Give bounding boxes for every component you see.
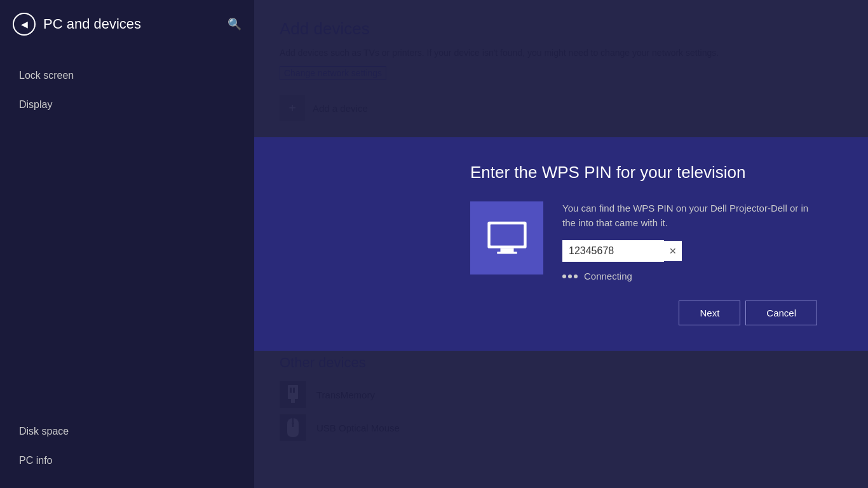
spinner-dot-1 bbox=[562, 274, 566, 278]
pin-clear-button[interactable]: ✕ bbox=[664, 241, 682, 261]
spinner-dot-2 bbox=[568, 274, 572, 278]
sidebar-title: PC and devices bbox=[43, 16, 141, 32]
dialog-container: Enter the WPS PIN for your television Yo… bbox=[254, 137, 868, 351]
spinner-dot-3 bbox=[574, 274, 578, 278]
modal-overlay: Enter the WPS PIN for your television Yo… bbox=[254, 0, 868, 488]
sidebar-item-lock-screen[interactable]: Lock screen bbox=[13, 61, 254, 90]
dialog-right: You can find the WPS PIN on your Dell Pr… bbox=[562, 201, 817, 281]
cancel-button[interactable]: Cancel bbox=[745, 301, 817, 325]
sidebar-bottom-nav: Disk space PC info bbox=[0, 404, 254, 488]
dialog-body: You can find the WPS PIN on your Dell Pr… bbox=[470, 201, 817, 281]
search-button[interactable]: 🔍 bbox=[227, 17, 241, 31]
pin-input-row: ✕ bbox=[562, 240, 817, 262]
svg-rect-9 bbox=[497, 252, 517, 254]
svg-rect-8 bbox=[500, 248, 513, 251]
svg-rect-7 bbox=[490, 224, 524, 245]
connecting-label: Connecting bbox=[584, 271, 632, 281]
connecting-spinner bbox=[562, 274, 578, 278]
sidebar-item-display[interactable]: Display bbox=[13, 90, 254, 119]
sidebar-item-pc-info[interactable]: PC info bbox=[13, 446, 241, 475]
pin-input[interactable] bbox=[562, 240, 664, 262]
main-content: Add devices Add devices such as TVs or p… bbox=[254, 0, 868, 488]
dialog-buttons: Next Cancel bbox=[254, 301, 868, 325]
dialog-title: Enter the WPS PIN for your television bbox=[470, 163, 817, 182]
connecting-row: Connecting bbox=[562, 271, 817, 281]
sidebar-nav: Lock screen Display bbox=[0, 61, 254, 404]
next-button[interactable]: Next bbox=[679, 301, 740, 325]
dialog-description: You can find the WPS PIN on your Dell Pr… bbox=[562, 201, 817, 230]
sidebar-item-disk-space[interactable]: Disk space bbox=[13, 417, 241, 446]
dialog-inner: Enter the WPS PIN for your television Yo… bbox=[254, 163, 868, 281]
tv-icon-box bbox=[470, 201, 543, 274]
back-button[interactable] bbox=[13, 13, 36, 36]
